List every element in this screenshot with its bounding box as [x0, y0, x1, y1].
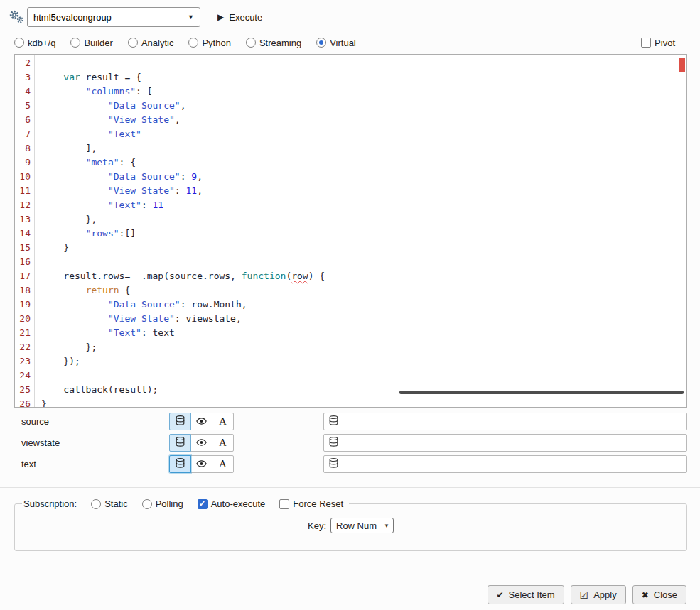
- divider-line: [678, 43, 684, 43]
- radio-icon: [316, 38, 326, 48]
- subscription-radio-static[interactable]: Static: [91, 499, 128, 509]
- visibility-toggle-button[interactable]: [190, 434, 212, 452]
- option-label: Static: [104, 499, 128, 509]
- code-line[interactable]: };: [41, 340, 686, 354]
- code-line[interactable]: "View State",: [41, 113, 686, 127]
- code-line[interactable]: [41, 56, 686, 70]
- mapping-button-group: A: [169, 434, 234, 452]
- group-select[interactable]: html5evalcongroup ▼: [27, 7, 200, 27]
- visibility-toggle-button[interactable]: [190, 455, 212, 473]
- code-line[interactable]: "Text": [41, 127, 686, 141]
- group-select-value: html5evalcongroup: [33, 12, 112, 23]
- footer-actions: Select Item Apply Close: [488, 585, 687, 604]
- database-icon: [176, 415, 185, 427]
- datasource-toggle-button[interactable]: [169, 455, 191, 473]
- apply-button[interactable]: Apply: [571, 585, 626, 604]
- code-line[interactable]: "columns": [: [41, 85, 686, 99]
- line-number: 11: [15, 184, 31, 198]
- code-line[interactable]: "Text": text: [41, 326, 686, 340]
- mode-radio-analytic[interactable]: Analytic: [128, 38, 174, 48]
- code-line[interactable]: callback(result);: [41, 383, 686, 397]
- text-mode-button[interactable]: A: [212, 455, 234, 473]
- execute-button[interactable]: ▶ Execute: [217, 7, 262, 27]
- eye-icon: [196, 437, 207, 448]
- mode-radio-label: Python: [202, 38, 230, 48]
- datasource-toggle-button[interactable]: [169, 434, 191, 452]
- checkbox-icon: [279, 499, 289, 509]
- code-line[interactable]: "rows":[]: [41, 227, 686, 241]
- settings-gears-icon[interactable]: [8, 9, 25, 28]
- editor-code[interactable]: var result = { "columns": [ "Data Source…: [35, 55, 686, 407]
- code-line[interactable]: "Data Source": 9,: [41, 170, 686, 184]
- line-number: 6: [15, 113, 31, 127]
- check-icon: [497, 590, 504, 599]
- button-label: Close: [654, 589, 677, 600]
- option-label: Force Reset: [293, 499, 343, 509]
- code-line[interactable]: },: [41, 212, 686, 227]
- option-label: Auto-execute: [211, 499, 266, 509]
- mode-radio-virtual[interactable]: Virtual: [316, 38, 356, 48]
- line-number: 22: [15, 340, 31, 354]
- code-line[interactable]: "View State": 11,: [41, 184, 686, 198]
- code-line[interactable]: "Text": 11: [41, 198, 686, 212]
- database-icon: [329, 437, 338, 450]
- mapping-row-viewstate: viewstate A: [14, 433, 687, 452]
- line-number: 24: [15, 369, 31, 383]
- line-number: 9: [15, 156, 31, 170]
- code-line[interactable]: "View State": viewstate,: [41, 312, 686, 326]
- mode-radio-builder[interactable]: Builder: [70, 38, 112, 48]
- code-line[interactable]: return {: [41, 283, 686, 298]
- visibility-toggle-button[interactable]: [190, 413, 212, 430]
- option-label: Polling: [156, 499, 183, 509]
- horizontal-scrollbar-thumb[interactable]: [399, 391, 684, 394]
- subscription-radio-polling[interactable]: Polling: [142, 499, 183, 509]
- line-number: 15: [15, 241, 31, 255]
- key-select[interactable]: Row Num ▼: [330, 518, 394, 533]
- select-item-button[interactable]: Select Item: [488, 585, 564, 604]
- pivot-checkbox[interactable]: Pivot: [641, 38, 675, 48]
- line-number: 23: [15, 354, 31, 369]
- datasource-toggle-button[interactable]: [169, 413, 191, 430]
- code-line[interactable]: }: [41, 241, 686, 255]
- scrollbar-annotation-marker[interactable]: [679, 58, 685, 72]
- close-button[interactable]: Close: [632, 585, 686, 604]
- radio-icon: [91, 499, 101, 509]
- code-editor[interactable]: 2345678910111213141516171819202122232425…: [14, 54, 687, 408]
- key-row: Key: Row Num ▼: [22, 518, 679, 533]
- code-line[interactable]: "Data Source": row.Month,: [41, 298, 686, 312]
- mapping-value-input[interactable]: [323, 434, 687, 452]
- code-line[interactable]: [41, 369, 686, 383]
- subscription-section: Subscription: Static Polling Auto-execut…: [14, 499, 687, 551]
- close-icon: [642, 590, 649, 599]
- mapping-button-group: A: [169, 413, 234, 430]
- line-number: 19: [15, 298, 31, 312]
- text-mode-button[interactable]: A: [212, 434, 234, 452]
- force-reset-checkbox[interactable]: Force Reset: [279, 499, 343, 509]
- code-line[interactable]: }: [41, 397, 686, 407]
- mode-radio-kdbq[interactable]: kdb+/q: [14, 38, 55, 48]
- mode-radio-streaming[interactable]: Streaming: [246, 38, 301, 48]
- line-number: 18: [15, 283, 31, 298]
- code-line[interactable]: "Data Source",: [41, 99, 686, 113]
- mapping-value-input[interactable]: [323, 413, 687, 430]
- mapping-value-input[interactable]: [323, 455, 687, 473]
- mode-radio-label: kdb+/q: [28, 38, 55, 48]
- mode-radio-python[interactable]: Python: [188, 38, 230, 48]
- line-number: 4: [15, 85, 31, 99]
- subscription-legend: Subscription: Static Polling Auto-execut…: [22, 499, 349, 509]
- code-line[interactable]: });: [41, 354, 686, 369]
- play-icon: ▶: [217, 13, 224, 21]
- mode-radio-label: Virtual: [330, 38, 356, 48]
- auto-execute-checkbox[interactable]: Auto-execute: [198, 499, 266, 509]
- mode-radio-label: Builder: [84, 38, 112, 48]
- text-mode-button[interactable]: A: [212, 413, 234, 430]
- database-icon: [329, 415, 338, 428]
- mode-radio-label: Analytic: [141, 38, 174, 48]
- button-label: Apply: [593, 589, 617, 600]
- line-number: 21: [15, 326, 31, 340]
- code-line[interactable]: [41, 255, 686, 269]
- code-line[interactable]: var result = {: [41, 70, 686, 85]
- code-line[interactable]: result.rows= _.map(source.rows, function…: [41, 269, 686, 283]
- code-line[interactable]: "meta": {: [41, 156, 686, 170]
- code-line[interactable]: ],: [41, 141, 686, 156]
